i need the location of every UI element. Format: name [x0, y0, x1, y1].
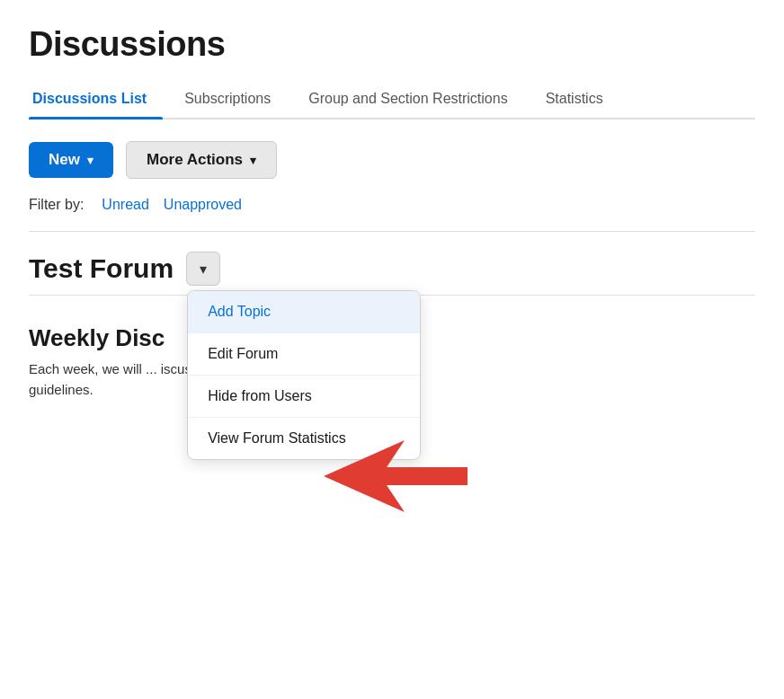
divider	[29, 231, 755, 232]
tab-subscriptions[interactable]: Subscriptions	[181, 82, 287, 118]
more-actions-chevron-icon: ▾	[250, 154, 256, 167]
page-container: Discussions Discussions List Subscriptio…	[0, 0, 784, 400]
forum-title: Test Forum	[29, 253, 174, 284]
forum-chevron-icon: ▾	[200, 261, 207, 278]
forum-chevron-button[interactable]: ▾ Add Topic Edit Forum Hide from Users V…	[186, 252, 220, 286]
new-button[interactable]: New ▾	[29, 142, 113, 178]
tab-group-section[interactable]: Group and Section Restrictions	[305, 82, 523, 118]
filter-label: Filter by:	[29, 197, 84, 213]
tab-discussions-list[interactable]: Discussions List	[29, 82, 163, 118]
filter-row: Filter by: Unread Unapproved	[29, 197, 755, 213]
tabs-bar: Discussions List Subscriptions Group and…	[29, 82, 755, 119]
forum-dropdown-menu: Add Topic Edit Forum Hide from Users Vie…	[187, 290, 421, 460]
dropdown-item-hide-from-users[interactable]: Hide from Users	[188, 376, 420, 418]
tab-statistics[interactable]: Statistics	[542, 82, 619, 118]
more-actions-button[interactable]: More Actions ▾	[126, 141, 277, 179]
actions-row: New ▾ More Actions ▾	[29, 141, 755, 179]
dropdown-item-edit-forum[interactable]: Edit Forum	[188, 333, 420, 376]
page-title: Discussions	[29, 25, 755, 64]
filter-unread[interactable]: Unread	[102, 197, 148, 213]
dropdown-item-view-forum-statistics[interactable]: View Forum Statistics	[188, 418, 420, 459]
new-chevron-icon: ▾	[87, 154, 94, 167]
forum-header-row: Test Forum ▾ Add Topic Edit Forum Hide f…	[29, 252, 755, 286]
filter-unapproved[interactable]: Unapproved	[164, 197, 242, 213]
dropdown-item-add-topic[interactable]: Add Topic	[188, 291, 420, 333]
